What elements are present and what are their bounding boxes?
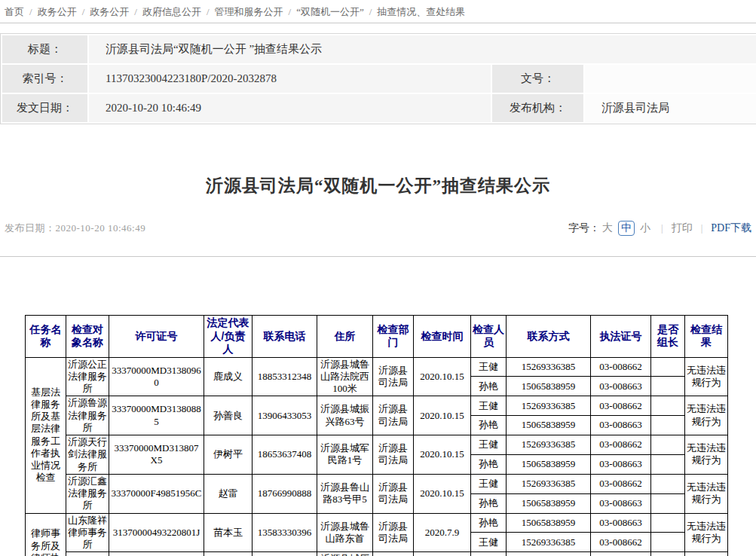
- cell-is-leader: [651, 533, 685, 552]
- cell-inspector-contact: 15065838959: [507, 552, 591, 556]
- cell-inspector-cert: 03-008662: [591, 435, 651, 455]
- cell-department: 沂源县司法局: [373, 474, 414, 513]
- column-header: 任务名称: [26, 316, 66, 358]
- cell-phone: 13906433053: [253, 396, 317, 435]
- breadcrumb-separator: /: [29, 6, 32, 17]
- cell-license-number: 33370000MD31380885: [109, 396, 204, 435]
- breadcrumb-item[interactable]: 政务公开: [90, 6, 129, 17]
- cell-inspector-name: 王健: [471, 396, 507, 416]
- cell-inspection-date: 2020.10.15: [414, 435, 471, 475]
- meta-date-value: 2020-10-20 10:46:49: [88, 93, 491, 123]
- cell-address: 沂源县城振兴路63号: [317, 396, 373, 435]
- cell-result: 无违法违规行为: [685, 396, 728, 435]
- column-header: 许可证号: [109, 316, 204, 358]
- cell-inspector-cert: 03-008663: [591, 513, 651, 533]
- breadcrumb-item[interactable]: “双随机一公开”: [296, 6, 364, 17]
- publish-date-value: 2020-10-20 10:46:49: [56, 222, 146, 234]
- cell-is-leader: [651, 416, 685, 435]
- cell-license-number: 31370000493220801J: [109, 513, 204, 552]
- column-header: 检查时间: [414, 316, 471, 358]
- font-size-medium-button[interactable]: 中: [618, 221, 635, 236]
- cell-target-name: 山东隆祥律师事务所: [66, 513, 109, 552]
- breadcrumb-separator: /: [134, 6, 137, 17]
- cell-phone: 18853312348: [253, 357, 317, 396]
- cell-is-leader: [651, 454, 685, 474]
- cell-inspector-contact: 15065838959: [507, 493, 591, 513]
- meta-docno-label: 文号：: [491, 64, 584, 93]
- cell-target-name: 沂源鲁源法律服务所: [66, 396, 109, 435]
- cell-license-number: 33370000MD313807X5: [109, 435, 204, 475]
- breadcrumb-item[interactable]: 政府信息公开: [142, 6, 201, 17]
- breadcrumb: 首页/政务公开/政务公开/政府信息公开/管理和服务公开/“双随机一公开”/抽查情…: [0, 0, 756, 23]
- breadcrumb-item[interactable]: 首页: [5, 6, 24, 17]
- cell-is-leader: [651, 474, 685, 493]
- meta-title-value: 沂源县司法局“双随机一公开 ”抽查结果公示: [88, 35, 756, 64]
- cell-address: 沂源县城历山路49号沂源商务大厦B座16楼: [317, 552, 373, 556]
- breadcrumb-separator: /: [369, 6, 372, 17]
- cell-phone: 13573350446: [253, 552, 317, 556]
- cell-target-name: 沂源公正法律服务所: [66, 357, 109, 396]
- inspection-table-container: 任务名称检查对象名称许可证号法定代表人/负责人联系电话住所检查部门检查时间检查人…: [25, 315, 756, 556]
- meta-docno-value: [584, 64, 756, 93]
- table-row: 沂源鲁源法律服务所33370000MD31380885孙善良1390643305…: [26, 396, 728, 416]
- cell-phone: 18653637408: [253, 435, 317, 475]
- cell-inspector-cert: 03-008663: [591, 493, 651, 513]
- cell-task-name: 律师事务所及律师执业情况检查: [26, 513, 66, 556]
- breadcrumb-item[interactable]: 政务公开: [38, 6, 77, 17]
- cell-inspection-date: 2020.10.15: [414, 357, 471, 396]
- breadcrumb-item[interactable]: 抽查情况、查处结果: [377, 6, 465, 17]
- cell-legal-rep: 伊树平: [204, 435, 253, 475]
- inspection-table: 任务名称检查对象名称许可证号法定代表人/负责人联系电话住所检查部门检查时间检查人…: [25, 315, 728, 556]
- cell-inspection-date: 2020.10.15: [414, 474, 471, 513]
- cell-inspector-name: 孙艳: [471, 454, 507, 474]
- pdf-download-button[interactable]: PDF下载: [711, 221, 751, 235]
- cell-inspector-cert: 03-008663: [591, 454, 651, 474]
- cell-inspector-contact: 15269336385: [507, 533, 591, 552]
- cell-target-name: 沂源汇鑫法律服务所: [66, 474, 109, 513]
- toolbar-separator: |: [701, 222, 703, 234]
- cell-inspector-cert: 03-008662: [591, 357, 651, 377]
- cell-legal-rep: 孙善良: [204, 396, 253, 435]
- column-header: 联系电话: [253, 316, 317, 358]
- cell-inspector-cert: 03-008662: [591, 533, 651, 552]
- cell-target-name: 山东民意律师事务所: [66, 552, 109, 556]
- cell-address: 沂源县鲁山路83号甲5: [317, 474, 373, 513]
- cell-inspector-name: 王健: [471, 474, 507, 493]
- cell-task-name: 基层法律服务所及基层法律服务工作者执业情况检查: [26, 357, 66, 513]
- meta-agency-value: 沂源县司法局: [584, 93, 756, 123]
- cell-department: 沂源县司法局: [373, 396, 414, 435]
- breadcrumb-separator: /: [289, 6, 292, 17]
- font-size-small-button[interactable]: 小: [640, 221, 650, 235]
- cell-inspector-name: 孙艳: [471, 493, 507, 513]
- cell-is-leader: [651, 377, 685, 396]
- cell-inspector-name: 王健: [471, 435, 507, 455]
- cell-inspector-name: 孙艳: [471, 552, 507, 556]
- document-meta-table: 标题： 沂源县司法局“双随机一公开 ”抽查结果公示 索引号： 113703230…: [0, 33, 756, 124]
- publish-date-label: 发布日期：: [5, 222, 56, 234]
- font-size-large-button[interactable]: 大: [602, 221, 613, 235]
- cell-inspector-name: 王健: [471, 533, 507, 552]
- cell-result: 无违法违规行为: [685, 552, 728, 556]
- breadcrumb-item[interactable]: 管理和服务公开: [215, 6, 283, 17]
- cell-inspection-date: 2020.10.15: [414, 396, 471, 435]
- meta-index-label: 索引号：: [2, 64, 88, 93]
- cell-legal-rep: 苗本玉: [204, 513, 253, 552]
- cell-license-number: 31370000493219923R: [109, 552, 204, 556]
- table-row: 沂源天行剑法律服务所33370000MD313807X5伊树平186536374…: [26, 435, 728, 455]
- cell-inspector-contact: 15065838959: [507, 416, 591, 435]
- cell-department: 沂源县司法局: [373, 513, 414, 552]
- cell-legal-rep: 赵雷: [204, 474, 253, 513]
- column-header: 是否组长: [651, 316, 685, 358]
- cell-is-leader: [651, 513, 685, 533]
- cell-target-name: 沂源天行剑法律服务所: [66, 435, 109, 475]
- cell-result: 无违法违规行为: [685, 435, 728, 475]
- print-button[interactable]: 打印: [672, 221, 693, 235]
- cell-is-leader: [651, 357, 685, 377]
- cell-legal-rep: 鹿成义: [204, 357, 253, 396]
- cell-result: 无违法违规行为: [685, 357, 728, 396]
- publish-date: 发布日期：2020-10-20 10:46:49: [5, 221, 145, 235]
- font-size-label: 字号：: [568, 221, 600, 235]
- cell-phone: 18766990888: [253, 474, 317, 513]
- meta-agency-label: 发布机构：: [491, 93, 584, 123]
- column-header: 法定代表人/负责人: [204, 316, 253, 358]
